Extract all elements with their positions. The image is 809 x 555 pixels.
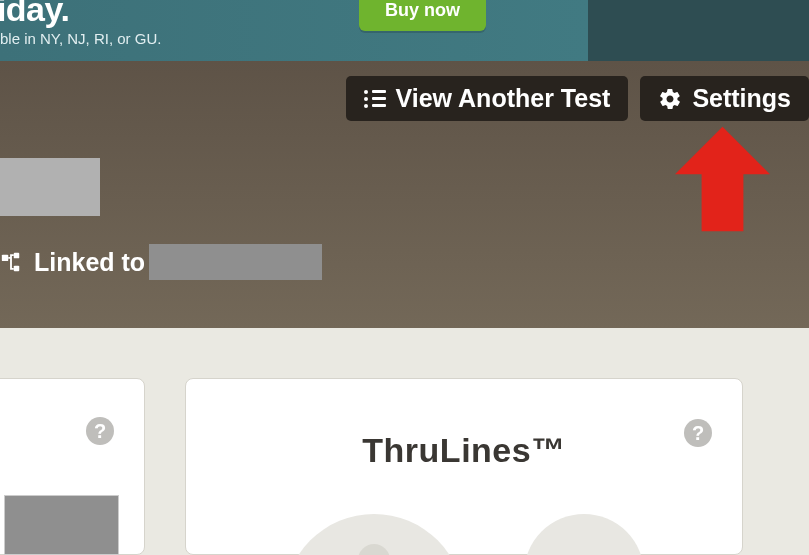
person-silhouette xyxy=(284,514,464,555)
buy-now-button[interactable]: Buy now xyxy=(359,0,486,31)
banner-subtitle: ble in NY, NJ, RI, or GU. xyxy=(0,30,161,47)
red-arrow-annotation xyxy=(675,126,770,232)
banner-title-fragment: this holiday. xyxy=(0,0,69,29)
header-actions: View Another Test Settings xyxy=(346,76,809,121)
thumbnail-row xyxy=(0,495,119,555)
list-icon xyxy=(364,90,386,108)
svg-rect-1 xyxy=(14,253,20,259)
banner-side-panel xyxy=(588,0,809,62)
svg-rect-2 xyxy=(14,266,20,272)
linked-to-text: Linked to xyxy=(34,248,145,277)
help-icon[interactable]: ? xyxy=(86,417,114,445)
view-test-label: View Another Test xyxy=(396,84,611,113)
settings-button[interactable]: Settings xyxy=(640,76,809,121)
content-cards: ? ? ThruLines™ xyxy=(0,378,743,555)
linked-name-placeholder xyxy=(149,244,322,280)
card-left: ? xyxy=(0,378,145,555)
thrulines-card: ? ThruLines™ xyxy=(185,378,743,555)
view-another-test-button[interactable]: View Another Test xyxy=(346,76,629,121)
silhouette-graphic xyxy=(284,514,644,555)
settings-label: Settings xyxy=(692,84,791,113)
linked-to-row: Linked to xyxy=(0,244,322,280)
help-icon[interactable]: ? xyxy=(684,419,712,447)
svg-marker-3 xyxy=(675,127,770,232)
person-silhouette xyxy=(524,514,644,555)
link-tree-icon xyxy=(0,251,22,273)
profile-avatar-placeholder xyxy=(0,158,100,216)
thrulines-title: ThruLines™ xyxy=(186,431,742,470)
promo-banner: this holiday. ble in NY, NJ, RI, or GU. … xyxy=(0,0,588,62)
gear-icon xyxy=(658,87,682,111)
svg-rect-0 xyxy=(2,255,8,261)
thumbnail-image[interactable] xyxy=(4,495,119,555)
